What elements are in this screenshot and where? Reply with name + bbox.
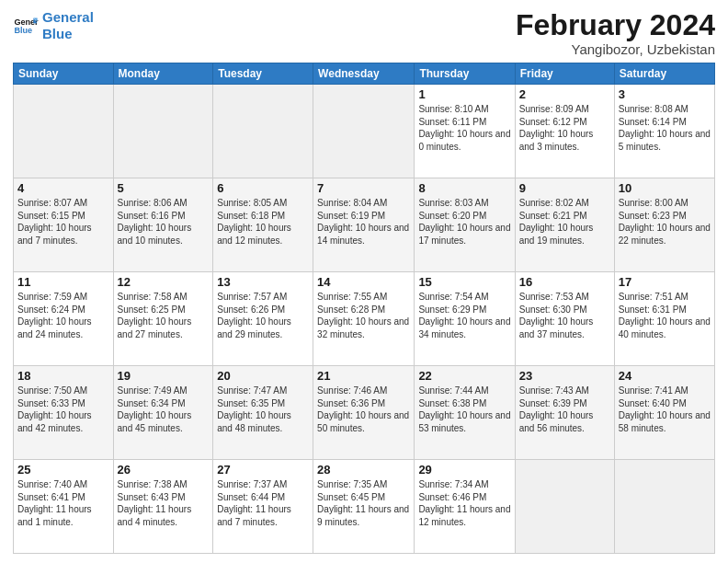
calendar-cell: 8Sunrise: 8:03 AMSunset: 6:20 PMDaylight… bbox=[415, 178, 515, 272]
calendar-cell: 17Sunrise: 7:51 AMSunset: 6:31 PMDayligh… bbox=[614, 272, 714, 366]
sub-title: Yangibozor, Uzbekistan bbox=[516, 41, 715, 57]
day-info: Sunrise: 8:05 AMSunset: 6:18 PMDaylight:… bbox=[217, 197, 309, 247]
calendar-day-header: Sunday bbox=[14, 63, 114, 85]
day-number: 3 bbox=[619, 87, 711, 101]
day-number: 22 bbox=[418, 369, 510, 383]
page: General Blue General Blue February 2024 … bbox=[0, 0, 728, 563]
day-info: Sunrise: 7:53 AMSunset: 6:30 PMDaylight:… bbox=[519, 291, 610, 340]
header: General Blue General Blue February 2024 … bbox=[13, 9, 715, 57]
day-number: 29 bbox=[418, 463, 510, 477]
calendar-week-row: 18Sunrise: 7:50 AMSunset: 6:33 PMDayligh… bbox=[14, 366, 715, 460]
calendar-cell: 22Sunrise: 7:44 AMSunset: 6:38 PMDayligh… bbox=[415, 366, 515, 460]
day-info: Sunrise: 7:50 AMSunset: 6:33 PMDaylight:… bbox=[17, 385, 109, 434]
calendar-cell: 13Sunrise: 7:57 AMSunset: 6:26 PMDayligh… bbox=[213, 272, 313, 366]
day-number: 27 bbox=[217, 463, 309, 477]
calendar-cell: 5Sunrise: 8:06 AMSunset: 6:16 PMDaylight… bbox=[113, 178, 213, 272]
day-number: 18 bbox=[17, 369, 109, 383]
day-info: Sunrise: 7:47 AMSunset: 6:35 PMDaylight:… bbox=[217, 385, 309, 434]
calendar-cell: 14Sunrise: 7:55 AMSunset: 6:28 PMDayligh… bbox=[313, 272, 415, 366]
calendar-cell: 24Sunrise: 7:41 AMSunset: 6:40 PMDayligh… bbox=[614, 366, 714, 460]
calendar-day-header: Friday bbox=[515, 63, 614, 85]
day-info: Sunrise: 7:38 AMSunset: 6:43 PMDaylight:… bbox=[118, 478, 210, 528]
day-info: Sunrise: 8:06 AMSunset: 6:16 PMDaylight:… bbox=[118, 197, 210, 247]
calendar-cell: 4Sunrise: 8:07 AMSunset: 6:15 PMDaylight… bbox=[14, 178, 114, 272]
calendar-cell: 23Sunrise: 7:43 AMSunset: 6:39 PMDayligh… bbox=[515, 366, 614, 460]
calendar-cell: 2Sunrise: 8:09 AMSunset: 6:12 PMDaylight… bbox=[515, 85, 614, 178]
calendar-cell: 21Sunrise: 7:46 AMSunset: 6:36 PMDayligh… bbox=[313, 366, 415, 460]
day-info: Sunrise: 8:03 AMSunset: 6:20 PMDaylight:… bbox=[418, 197, 510, 247]
day-number: 5 bbox=[118, 181, 210, 195]
calendar-week-row: 25Sunrise: 7:40 AMSunset: 6:41 PMDayligh… bbox=[14, 460, 715, 554]
calendar-cell: 7Sunrise: 8:04 AMSunset: 6:19 PMDaylight… bbox=[313, 178, 415, 272]
day-info: Sunrise: 7:58 AMSunset: 6:25 PMDaylight:… bbox=[118, 291, 210, 340]
logo-text: General Blue bbox=[42, 9, 94, 42]
day-number: 26 bbox=[118, 463, 210, 477]
logo-line1: General bbox=[42, 9, 94, 25]
calendar-cell: 18Sunrise: 7:50 AMSunset: 6:33 PMDayligh… bbox=[14, 366, 114, 460]
day-info: Sunrise: 7:51 AMSunset: 6:31 PMDaylight:… bbox=[619, 291, 711, 340]
calendar-cell: 27Sunrise: 7:37 AMSunset: 6:44 PMDayligh… bbox=[213, 460, 313, 554]
logo: General Blue General Blue bbox=[13, 9, 94, 42]
day-info: Sunrise: 7:34 AMSunset: 6:46 PMDaylight:… bbox=[418, 478, 510, 528]
calendar-cell: 3Sunrise: 8:08 AMSunset: 6:14 PMDaylight… bbox=[614, 85, 714, 178]
calendar-cell bbox=[14, 85, 114, 178]
calendar-week-row: 11Sunrise: 7:59 AMSunset: 6:24 PMDayligh… bbox=[14, 272, 715, 366]
calendar-day-header: Tuesday bbox=[213, 63, 313, 85]
calendar-cell: 26Sunrise: 7:38 AMSunset: 6:43 PMDayligh… bbox=[113, 460, 213, 554]
calendar-week-row: 1Sunrise: 8:10 AMSunset: 6:11 PMDaylight… bbox=[14, 85, 715, 178]
logo-icon: General Blue bbox=[13, 13, 39, 39]
day-number: 23 bbox=[519, 369, 610, 383]
day-number: 16 bbox=[519, 275, 610, 289]
calendar-day-header: Wednesday bbox=[313, 63, 415, 85]
day-info: Sunrise: 8:07 AMSunset: 6:15 PMDaylight:… bbox=[17, 197, 109, 247]
day-number: 24 bbox=[619, 369, 711, 383]
calendar-cell: 20Sunrise: 7:47 AMSunset: 6:35 PMDayligh… bbox=[213, 366, 313, 460]
day-number: 6 bbox=[217, 181, 309, 195]
calendar-cell bbox=[113, 85, 213, 178]
main-title: February 2024 bbox=[516, 9, 715, 41]
day-info: Sunrise: 7:57 AMSunset: 6:26 PMDaylight:… bbox=[217, 291, 309, 340]
day-number: 19 bbox=[118, 369, 210, 383]
calendar-cell bbox=[213, 85, 313, 178]
calendar-week-row: 4Sunrise: 8:07 AMSunset: 6:15 PMDaylight… bbox=[14, 178, 715, 272]
day-number: 28 bbox=[317, 463, 410, 477]
calendar-day-header: Saturday bbox=[614, 63, 714, 85]
day-info: Sunrise: 7:49 AMSunset: 6:34 PMDaylight:… bbox=[118, 385, 210, 434]
day-info: Sunrise: 7:44 AMSunset: 6:38 PMDaylight:… bbox=[418, 385, 510, 434]
calendar-cell bbox=[614, 460, 714, 554]
day-number: 9 bbox=[519, 181, 610, 195]
day-info: Sunrise: 7:37 AMSunset: 6:44 PMDaylight:… bbox=[217, 478, 309, 528]
day-info: Sunrise: 8:09 AMSunset: 6:12 PMDaylight:… bbox=[519, 103, 610, 153]
logo-line2: Blue bbox=[42, 26, 73, 41]
day-number: 1 bbox=[418, 87, 510, 101]
day-info: Sunrise: 7:46 AMSunset: 6:36 PMDaylight:… bbox=[317, 385, 410, 434]
day-number: 12 bbox=[118, 275, 210, 289]
day-number: 11 bbox=[17, 275, 109, 289]
day-info: Sunrise: 8:08 AMSunset: 6:14 PMDaylight:… bbox=[619, 103, 711, 153]
calendar-cell: 25Sunrise: 7:40 AMSunset: 6:41 PMDayligh… bbox=[14, 460, 114, 554]
day-number: 13 bbox=[217, 275, 309, 289]
day-number: 17 bbox=[619, 275, 711, 289]
calendar-cell: 29Sunrise: 7:34 AMSunset: 6:46 PMDayligh… bbox=[415, 460, 515, 554]
day-number: 25 bbox=[17, 463, 109, 477]
calendar-cell: 6Sunrise: 8:05 AMSunset: 6:18 PMDaylight… bbox=[213, 178, 313, 272]
day-number: 21 bbox=[317, 369, 410, 383]
day-number: 14 bbox=[317, 275, 410, 289]
calendar-day-header: Monday bbox=[113, 63, 213, 85]
calendar-cell: 15Sunrise: 7:54 AMSunset: 6:29 PMDayligh… bbox=[415, 272, 515, 366]
calendar-table: SundayMondayTuesdayWednesdayThursdayFrid… bbox=[13, 63, 715, 554]
calendar-header-row: SundayMondayTuesdayWednesdayThursdayFrid… bbox=[14, 63, 715, 85]
calendar-cell: 28Sunrise: 7:35 AMSunset: 6:45 PMDayligh… bbox=[313, 460, 415, 554]
calendar-cell: 19Sunrise: 7:49 AMSunset: 6:34 PMDayligh… bbox=[113, 366, 213, 460]
day-info: Sunrise: 7:41 AMSunset: 6:40 PMDaylight:… bbox=[619, 385, 711, 434]
title-block: February 2024 Yangibozor, Uzbekistan bbox=[516, 9, 715, 57]
day-info: Sunrise: 8:10 AMSunset: 6:11 PMDaylight:… bbox=[418, 103, 510, 153]
day-info: Sunrise: 8:00 AMSunset: 6:23 PMDaylight:… bbox=[619, 197, 711, 247]
calendar-day-header: Thursday bbox=[415, 63, 515, 85]
day-info: Sunrise: 7:40 AMSunset: 6:41 PMDaylight:… bbox=[17, 478, 109, 528]
day-number: 4 bbox=[17, 181, 109, 195]
calendar-cell bbox=[515, 460, 614, 554]
day-number: 15 bbox=[418, 275, 510, 289]
calendar-cell: 12Sunrise: 7:58 AMSunset: 6:25 PMDayligh… bbox=[113, 272, 213, 366]
day-number: 10 bbox=[619, 181, 711, 195]
